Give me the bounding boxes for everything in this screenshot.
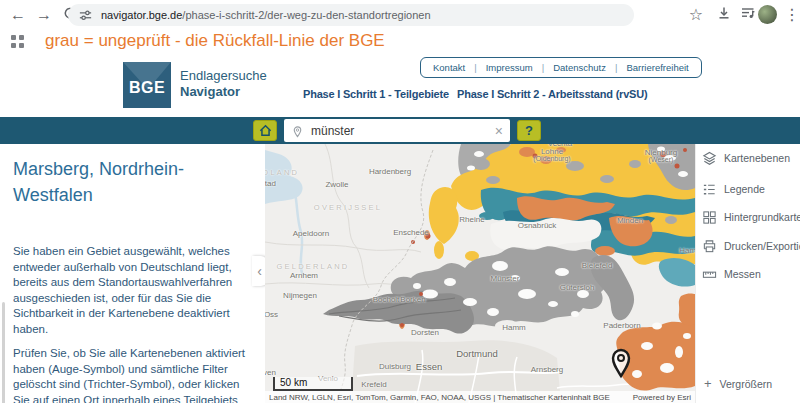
map-label: Eindhoven (265, 368, 276, 377)
tool-legende[interactable]: Legende (702, 180, 765, 198)
layers-icon (702, 151, 717, 166)
url-path: /phase-i-schritt-2/der-weg-zu-den-stando… (182, 9, 430, 21)
tool-kartenebenen[interactable]: Kartenebenen (702, 149, 790, 167)
browser-secondary-row: grau = ungeprüft - die Rückfall-Linie de… (0, 30, 800, 55)
link-separator: | (615, 62, 617, 73)
map-label: Vechta (548, 144, 572, 148)
map-label: Hardenberg (369, 167, 411, 176)
link-separator: | (542, 62, 544, 73)
link-impressum[interactable]: Impressum (486, 62, 533, 73)
browser-toolbar: ← → navigator.bge.de/phase-i-schritt-2/d… (0, 0, 800, 30)
panel-paragraph-1: Sie haben ein Gebiet ausgewählt, welches… (13, 244, 252, 337)
browser-menu-kebab-icon[interactable]: ⋮ (782, 5, 800, 25)
map-search-box: × (284, 119, 510, 142)
bookmark-star-icon[interactable]: ☆ (686, 5, 706, 25)
map-label: Arnsberg (531, 365, 563, 374)
map-canvas[interactable]: FLEVOLANDLelystadZwolleHardenbergOVERIJS… (265, 144, 695, 403)
map-label: Arnhem (290, 271, 318, 280)
panel-scrollbar[interactable] (2, 302, 5, 403)
home-button[interactable] (253, 120, 277, 141)
map-label: Rheine (459, 215, 484, 224)
map-labels: FLEVOLANDLelystadZwolleHardenbergOVERIJS… (265, 144, 695, 403)
map-label: Paderborn (603, 321, 640, 330)
site-settings-icon[interactable] (78, 8, 93, 23)
page-annotation-text: grau = ungeprüft - die Rückfall-Linie de… (45, 31, 385, 51)
panel-paragraph-2: Prüfen Sie, ob Sie alle Kartenebenen akt… (13, 346, 252, 403)
map-tools-panel: Kartenebenen Legende Hintergrundkarten D… (695, 144, 800, 403)
map-label: (Weser) (649, 156, 674, 163)
application-window: ← → navigator.bge.de/phase-i-schritt-2/d… (0, 0, 800, 403)
clear-search-icon[interactable]: × (495, 124, 503, 138)
download-icon[interactable] (714, 5, 734, 25)
tool-label: Drucken/Exportieren (724, 240, 800, 252)
back-icon[interactable]: ← (8, 5, 28, 25)
map-label: Enschede (393, 228, 429, 237)
brand-line2: Navigator (180, 84, 267, 100)
map-label: GELDERLAND (277, 262, 350, 271)
map-label: Dortmund (456, 348, 498, 359)
map-label: Lohne (541, 147, 563, 156)
map-label: Hameln (679, 246, 695, 255)
plus-icon: + (704, 376, 712, 391)
basemap-grid-icon (702, 210, 717, 225)
bge-logo[interactable]: BGE (123, 62, 171, 108)
tab-phase1-schritt2[interactable]: Phase I Schritt 2 - Arbeitsstand (rvSU) (457, 88, 647, 100)
tool-label: Hintergrundkarten (724, 211, 800, 223)
attribution-text: Land NRW, LGLN, Esri, TomTom, Garmin, FA… (269, 393, 610, 402)
header-links-box: Kontakt | Impressum | Datenschutz | Barr… (420, 57, 702, 78)
tool-label: Kartenebenen (724, 152, 790, 164)
map-label: Essen (416, 361, 442, 372)
brand-line1: Endlagersuche (180, 68, 267, 84)
link-separator: | (474, 62, 476, 73)
tool-messen[interactable]: Messen (702, 265, 761, 283)
map-label: Apeldoorn (293, 229, 329, 238)
link-datenschutz[interactable]: Datenschutz (553, 62, 606, 73)
map-label: Osnabrück (518, 221, 557, 230)
map-label: Krefeld (361, 380, 386, 389)
legend-list-icon (702, 182, 717, 197)
ruler-icon (702, 267, 717, 282)
map-label: Borken (400, 295, 425, 304)
panel-title: Marsberg, Nordrhein-Westfalen (13, 156, 252, 208)
home-icon (258, 123, 273, 138)
map-label: Oss (265, 310, 278, 319)
info-panel: Marsberg, Nordrhein-Westfalen Sie haben … (0, 144, 265, 403)
map-label: OVERIJSSEL (314, 203, 382, 212)
map-label: Münster (491, 274, 520, 283)
tool-hintergrundkarten[interactable]: Hintergrundkarten (702, 208, 800, 226)
help-button[interactable]: ? (517, 120, 541, 141)
zoom-in-button[interactable]: + Vergrößern (704, 376, 772, 391)
map-label: Hamm (502, 323, 526, 332)
map-label: (Oldenburg) (533, 155, 570, 162)
map-label: Gütersloh (560, 283, 595, 292)
tab-phase1-schritt1[interactable]: Phase I Schritt 1 - Teilgebiete (303, 88, 449, 100)
browser-profile-avatar[interactable] (758, 5, 777, 24)
url-domain: navigator.bge.de (101, 9, 182, 21)
map-label: Bielefeld (582, 261, 613, 270)
media-list-icon[interactable] (738, 5, 758, 25)
search-input[interactable] (311, 124, 495, 138)
link-kontakt[interactable]: Kontakt (433, 62, 465, 73)
tool-label: Messen (724, 268, 761, 280)
map-attribution: Land NRW, LGLN, Esri, TomTom, Garmin, FA… (265, 391, 695, 403)
brand-text: Endlagersuche Navigator (180, 68, 267, 100)
map-label: Zwolle (325, 180, 348, 189)
forward-icon[interactable]: → (34, 5, 54, 25)
map-label: Nienburg (645, 148, 677, 157)
map-label: Nijmegen (283, 291, 317, 300)
tool-drucken-exportieren[interactable]: Drucken/Exportieren (702, 237, 800, 255)
url-text: navigator.bge.de/phase-i-schritt-2/der-w… (101, 9, 431, 21)
map-label: Dorsten (411, 328, 439, 337)
map-toolbar: × ? (0, 117, 800, 144)
zoom-in-label: Vergrößern (720, 378, 773, 390)
site-header: BGE Endlagersuche Navigator Kontakt | Im… (0, 55, 800, 117)
tool-label: Legende (724, 183, 765, 195)
printer-icon (702, 239, 717, 254)
chevron-left-icon: ‹ (257, 263, 262, 279)
apps-grid-icon[interactable] (10, 34, 25, 53)
map-label: FLEVOLAND (265, 168, 299, 177)
map-scalebar: 50 km (273, 377, 353, 391)
link-barrierefreiheit[interactable]: Barrierefreiheit (626, 62, 688, 73)
powered-by-esri: Powered by Esri (633, 393, 691, 402)
address-bar[interactable]: navigator.bge.de/phase-i-schritt-2/der-w… (68, 4, 634, 26)
